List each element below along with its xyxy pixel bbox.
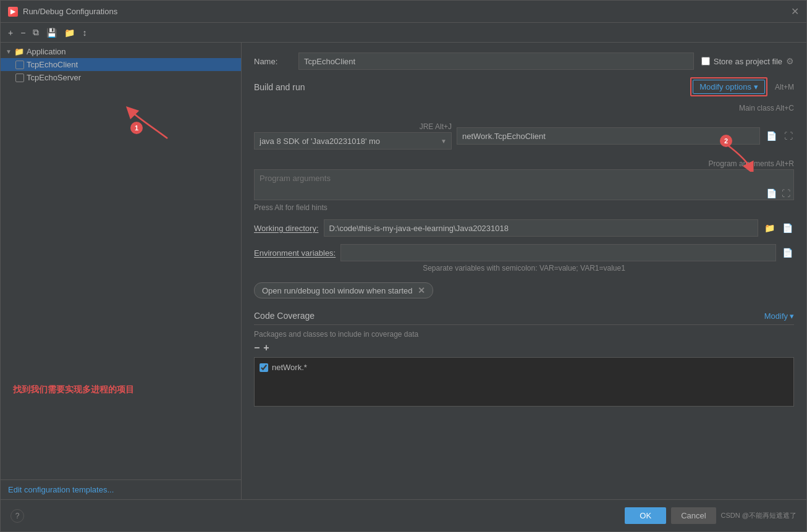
open-debug-chip-row: Open run/debug tool window when started … [254, 282, 794, 298]
sort-config-button[interactable]: ↕ [80, 27, 89, 39]
open-debug-chip: Open run/debug tool window when started … [254, 282, 433, 298]
tree-group-application[interactable]: ▼ 📁 Application [1, 45, 241, 58]
tree-group-label: Application [27, 47, 66, 56]
tree-item-label-server: TcpEchoServer [27, 73, 81, 82]
toolbar: + − ⧉ 💾 📁 ↕ [1, 23, 806, 43]
sdk-select[interactable]: java 8 SDK of 'Java20231018' mo [254, 132, 452, 150]
modify-options-shortcut: Alt+M [775, 83, 794, 91]
config-icon-server [15, 74, 24, 82]
tree-item-tcp-echo-server[interactable]: TcpEchoServer [1, 71, 241, 84]
main-class-expand-button[interactable]: ⛶ [783, 130, 794, 142]
gear-icon[interactable]: ⚙ [786, 56, 794, 66]
code-coverage-section: Code Coverage Modify ▾ Packages and clas… [254, 311, 794, 407]
env-vars-section: Environment variables: 📄 Separate variab… [254, 244, 794, 272]
badge-2-container: 2 [720, 135, 732, 147]
save-config-button[interactable]: 💾 [44, 27, 59, 39]
working-dir-input[interactable] [324, 219, 758, 237]
env-vars-input[interactable] [340, 244, 776, 261]
left-panel: ▼ 📁 Application TcpEchoClient TcpEchoSer… [1, 43, 242, 499]
main-class-hint: Main class Alt+C [739, 104, 794, 112]
bottom-right: OK Cancel CSDN @不能再短遮遮了 [625, 507, 796, 524]
name-label: Name: [254, 57, 291, 66]
store-as-project-checkbox[interactable] [701, 57, 710, 65]
program-args-textarea[interactable] [254, 169, 794, 200]
title-bar: ▶ Run/Debug Configurations ✕ [1, 1, 806, 23]
name-row: Name: Store as project file ⚙ [254, 53, 794, 70]
modify-options-label: Modify options [699, 82, 751, 91]
program-args-icons: 📄 ⛶ [765, 187, 792, 200]
menu-hints-row: Main class Alt+C [254, 104, 794, 112]
working-dir-row: Working directory: 📁 📄 [254, 219, 794, 237]
program-args-container: 2 Program arguments Alt+R 📄 ⛶ [254, 159, 794, 212]
chevron-down-icon: ▼ [6, 48, 12, 55]
program-args-label-hint: Program arguments Alt+R [709, 159, 794, 168]
build-run-header: Build and run Modify options ▾ Alt+M [254, 77, 794, 96]
edit-config-templates-link[interactable]: Edit configuration templates... [1, 480, 241, 499]
program-args-browse-button[interactable]: 📄 [765, 187, 778, 200]
left-bottom: Edit configuration templates... [1, 479, 241, 499]
title-bar-left: ▶ Run/Debug Configurations [8, 7, 117, 17]
tree-item-label-client: TcpEchoClient [27, 60, 78, 69]
add-coverage-button[interactable]: + [263, 342, 269, 353]
main-class-input[interactable] [457, 127, 760, 145]
main-class-browse-button[interactable]: 📄 [765, 130, 778, 142]
program-args-field-wrap: 📄 ⛶ [254, 169, 794, 202]
cancel-button[interactable]: Cancel [671, 507, 716, 524]
dialog-title: Run/Debug Configurations [23, 7, 117, 16]
chevron-down-coverage-icon: ▾ [790, 311, 794, 321]
packages-label: Packages and classes to include in cover… [254, 330, 794, 339]
coverage-list: netWork.* [254, 357, 794, 407]
coverage-controls: − + [254, 342, 794, 353]
badge-1: 1 [130, 122, 143, 134]
add-config-button[interactable]: + [6, 27, 15, 39]
working-dir-label: Working directory: [254, 224, 319, 233]
build-run-title: Build and run [254, 82, 305, 92]
right-panel: Name: Store as project file ⚙ Build and … [242, 43, 806, 499]
program-args-hint-row: Program arguments Alt+R [254, 159, 794, 168]
bottom-bar: ? OK Cancel CSDN @不能再短遮遮了 [1, 499, 806, 531]
coverage-item-checkbox[interactable] [260, 363, 268, 372]
main-content: ▼ 📁 Application TcpEchoClient TcpEchoSer… [1, 43, 806, 499]
modify-coverage-label: Modify [764, 311, 788, 321]
annotation-text: 找到我们需要实现多进程的项目 [6, 379, 142, 400]
coverage-title: Code Coverage [254, 311, 315, 321]
app-icon: ▶ [8, 7, 18, 17]
copy-config-button[interactable]: ⧉ [30, 26, 41, 39]
main-class-label-hint: Main class [739, 104, 774, 112]
store-checkbox-area: Store as project file ⚙ [701, 56, 794, 66]
modify-options-button[interactable]: Modify options ▾ [693, 80, 765, 94]
badge-number-2: 2 [720, 135, 732, 147]
remove-coverage-button[interactable]: − [254, 342, 260, 353]
jre-hint: JRE Alt+J [420, 122, 452, 131]
modify-coverage-button[interactable]: Modify ▾ [764, 311, 794, 321]
help-button[interactable]: ? [11, 509, 24, 523]
name-input[interactable] [298, 53, 694, 70]
env-vars-edit-button[interactable]: 📄 [781, 247, 794, 259]
code-coverage-header: Code Coverage Modify ▾ [254, 311, 794, 325]
open-debug-chip-label: Open run/debug tool window when started [262, 286, 413, 295]
folder-config-button[interactable]: 📁 [62, 27, 77, 39]
ok-button[interactable]: OK [625, 507, 666, 524]
sdk-select-wrap: java 8 SDK of 'Java20231018' mo [254, 132, 452, 150]
close-button[interactable]: ✕ [791, 6, 799, 17]
working-dir-edit-button[interactable]: 📄 [781, 222, 794, 234]
env-vars-hint: Separate variables with semicolon: VAR=v… [254, 264, 794, 272]
tree-item-tcp-echo-client[interactable]: TcpEchoClient [1, 58, 241, 71]
tree-area: ▼ 📁 Application TcpEchoClient TcpEchoSer… [1, 43, 241, 479]
remove-config-button[interactable]: − [18, 27, 28, 39]
coverage-item: netWork.* [260, 361, 788, 373]
watermark: CSDN @不能再短遮遮了 [721, 511, 796, 520]
env-vars-row: Environment variables: 📄 [254, 244, 794, 261]
config-icon-client [15, 61, 24, 69]
working-dir-browse-button[interactable]: 📁 [763, 222, 776, 234]
chevron-down-icon-modify: ▾ [754, 82, 758, 91]
sdk-row: JRE Alt+J java 8 SDK of 'Java20231018' m… [254, 122, 794, 150]
run-debug-dialog: ▶ Run/Debug Configurations ✕ + − ⧉ 💾 📁 ↕… [0, 0, 807, 532]
modify-options-outline: Modify options ▾ [690, 77, 767, 96]
env-vars-label: Environment variables: [254, 248, 336, 258]
press-alt-hint: Press Alt for field hints [254, 203, 794, 212]
program-args-expand-button[interactable]: ⛶ [780, 187, 792, 200]
store-label: Store as project file [714, 57, 782, 66]
remove-debug-tag-button[interactable]: ✕ [418, 285, 425, 295]
coverage-item-label: netWork.* [272, 363, 307, 372]
